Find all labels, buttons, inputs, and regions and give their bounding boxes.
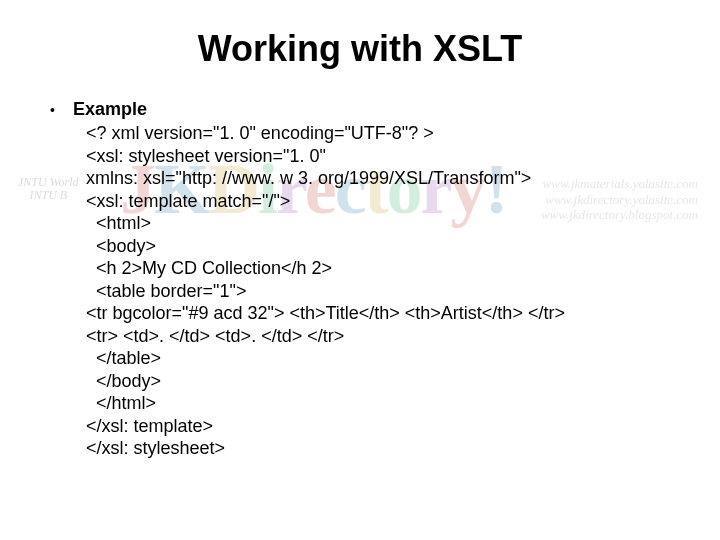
watermark-left-line1: JNTU World [18, 176, 79, 189]
code-line: <h 2>My CD Collection</h 2> [86, 257, 690, 280]
code-line: <table border="1"> [86, 280, 690, 303]
bullet-item: • Example [50, 98, 690, 120]
watermark-left: JNTU World INTU B [18, 176, 79, 201]
code-line: <xsl: stylesheet version="1. 0" [86, 145, 690, 168]
code-line: </body> [86, 370, 690, 393]
code-line: </html> [86, 392, 690, 415]
code-line: </table> [86, 347, 690, 370]
code-line: <tr> <td>. </td> <td>. </td> </tr> [86, 325, 690, 348]
slide: JNTU World INTU B JKDirectory! www.jkmat… [0, 0, 720, 540]
code-line: <tr bgcolor="#9 acd 32"> <th>Title</th> … [86, 302, 690, 325]
code-line: <xsl: template match="/"> [86, 190, 690, 213]
bullet-icon: • [50, 102, 55, 118]
code-line: </xsl: stylesheet> [86, 437, 690, 460]
slide-title: Working with XSLT [30, 28, 690, 70]
code-block: <? xml version="1. 0" encoding="UTF-8"? … [86, 122, 690, 460]
code-line: <? xml version="1. 0" encoding="UTF-8"? … [86, 122, 690, 145]
code-line: <html> [86, 212, 690, 235]
watermark-left-line2: INTU B [18, 189, 79, 202]
code-line: xmlns: xsl="http: //www. w 3. org/1999/X… [86, 167, 690, 190]
bullet-label: Example [73, 99, 147, 120]
code-line: </xsl: template> [86, 415, 690, 438]
code-line: <body> [86, 235, 690, 258]
